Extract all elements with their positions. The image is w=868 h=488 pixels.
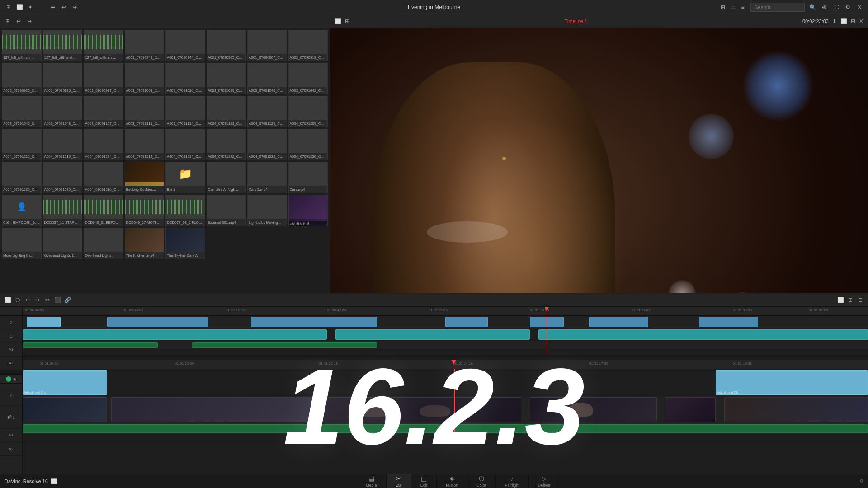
tl-tool-4[interactable]: ↪ [33,296,42,304]
media-thumb-10[interactable]: A002_07090936_C... [43,63,83,94]
media-thumb-19[interactable]: A003_07091107_C... [84,96,123,127]
mp-icon-3[interactable]: ↪ [25,17,33,25]
media-thumb-29[interactable]: A004_07091214_C... [165,129,205,160]
media-thumb-30[interactable]: A004_07091222_C... [207,129,246,160]
media-thumb-25[interactable]: A004_07091210_C... [2,129,42,160]
media-thumb-dcd040[interactable]: DCD040_01 BEFO... [84,195,123,226]
clip-v1-1[interactable] [23,329,327,340]
media-thumb-cars2[interactable]: Cars 2.mp4 [247,162,287,193]
media-thumb-co3[interactable]: 👤 Co3 - BMPCC4K_Jo... [2,195,42,226]
tab-color[interactable]: ⬡ Color [467,474,496,488]
media-thumb-3[interactable]: 127_full_with-a-si... [84,30,123,61]
tool-icon-2[interactable]: ⬜ [15,3,24,11]
clip-a1-1[interactable] [23,342,158,348]
media-thumb-15[interactable]: A003_07091040_C... [247,63,287,94]
media-thumb-22[interactable]: A004_07091123_C... [207,96,246,127]
tab-media[interactable]: ▦ Media [357,474,387,488]
bottom-icon-1[interactable]: ⬜ [51,478,57,484]
clip-v1-2[interactable] [335,329,530,340]
clip-vid-6[interactable] [724,397,868,422]
media-thumb-12[interactable]: A003_07091003_C... [125,63,165,94]
media-thumb-34[interactable]: A004_07091235_C... [43,162,83,193]
tool-icon-4[interactable]: ⬅ [49,3,57,11]
clip-v2-4[interactable] [445,317,488,327]
media-thumb-36[interactable]: Backing Cookies... [125,162,165,193]
tl-tool-2[interactable]: ⬡ [14,296,22,304]
tl-tool-7[interactable]: 🔗 [63,296,71,304]
media-thumb-28[interactable]: A004_07091214_C... [125,129,165,160]
clip-v1-3[interactable] [538,329,868,340]
media-thumb-5[interactable]: A001_07090844_C... [165,30,205,61]
tl-tool-5[interactable]: ✂ [43,296,52,304]
media-thumb-26[interactable]: A004_07091210_C... [43,129,83,160]
search-icon[interactable]: 🔍 [808,3,816,11]
media-thumb-17[interactable]: A003_07091046_C... [2,96,42,127]
media-thumb-dcd077[interactable]: DCD077_08_2 FLO... [165,195,205,226]
preview-tool-6[interactable]: ✕ [859,18,863,24]
tl-tool-3[interactable]: ↩ [24,296,32,304]
mp-icon-1[interactable]: ⊞ [4,17,12,25]
media-thumb-35[interactable]: A004_07091230_C... [84,162,123,193]
media-thumb-14[interactable]: A003_07091029_C... [207,63,246,94]
media-thumb-1[interactable]: 127_full_with-a-si... [2,30,42,61]
media-thumb-overhead1[interactable]: Overhead Lights 1... [43,228,83,259]
clip-vid-4[interactable] [530,397,657,422]
search-input[interactable] [750,3,805,12]
bottom-right-icon[interactable]: ⚙ [859,479,863,483]
tl-tool-r3[interactable]: ⊟ [856,296,864,304]
tool-icon-6[interactable]: ↪ [71,3,79,11]
media-thumb-lightbulbs[interactable]: Lightbulbs Moving... [247,195,287,226]
list-icon[interactable]: ☰ [729,3,737,11]
tab-fusion[interactable]: ◈ Fusion [437,474,467,488]
clip-v2-6[interactable] [589,317,648,327]
media-thumb-dcd037[interactable]: DCD037_11 STAR... [43,195,83,226]
media-thumb-dcd049[interactable]: DCD049_17 MOTI... [125,195,165,226]
tool-icon-1[interactable]: ⊞ [5,3,13,11]
media-thumb-27[interactable]: A004_07091214_C... [84,129,123,160]
media-thumb-6[interactable]: A001_07090905_C... [207,30,246,61]
tool-icon-3[interactable]: ✦ [26,3,34,11]
media-thumb-23[interactable]: A004_07091128_C... [247,96,287,127]
settings-icon[interactable]: ⚙ [844,3,852,11]
fullscreen-icon[interactable]: ⛶ [832,3,840,11]
close-icon[interactable]: ✕ [855,3,863,11]
clip-vid-3[interactable] [319,397,522,422]
tl-tool-6[interactable]: ⬛ [53,296,61,304]
media-thumb-4[interactable]: A001_07090842_C... [125,30,165,61]
tab-cut[interactable]: ✂ Cut [387,474,411,488]
media-thumb-31[interactable]: A004_07091222_C... [247,129,287,160]
tl-tool-r2[interactable]: ⊞ [846,296,854,304]
media-thumb-18[interactable]: A003_07091048_C... [43,96,83,127]
tl-tool-1[interactable]: ⬜ [4,296,12,304]
media-thumb-cars[interactable]: Cars.mp4 [288,162,328,193]
preview-tool-4[interactable]: ⬜ [840,18,847,24]
media-thumb-folder[interactable]: 📁 Bin 1 [165,162,205,193]
tool-icon-5[interactable]: ↩ [60,3,68,11]
media-thumb-skyline[interactable]: The Skyline Cam A... [165,228,205,259]
media-thumb-external[interactable]: External 001.mp4 [207,195,246,226]
clip-v2-2[interactable] [107,317,208,327]
import-icon[interactable]: ⊕ [820,3,828,11]
media-thumb-32[interactable]: A004_07091230_C... [288,129,328,160]
media-thumb-24[interactable]: A004_07091209_C... [288,96,328,127]
media-thumb-33[interactable]: A004_07091235_C... [2,162,42,193]
media-thumb-9[interactable]: A002_07090920_C... [2,63,42,94]
clip-v2-3[interactable] [251,317,378,327]
preview-tool-2[interactable]: ⊞ [345,18,349,24]
preview-tool-1[interactable]: ⬜ [335,18,341,24]
media-thumb-fire[interactable]: Campfire At Nigh... [207,162,246,193]
tab-deliver[interactable]: ▷ Deliver [529,474,560,488]
tab-edit[interactable]: ◫ Edit [411,474,437,488]
clip-v2-1[interactable] [27,317,61,327]
preview-tool-3[interactable]: ⬇ [832,18,837,24]
media-thumb-overhead2[interactable]: Overhead Lights... [84,228,123,259]
clip-vid-2[interactable] [111,397,314,422]
clip-v2-7[interactable] [699,317,758,327]
media-thumb-more-lighting[interactable]: More Lighting II r... [2,228,42,259]
grid-icon[interactable]: ⊞ [719,3,727,11]
media-thumb-kitchen[interactable]: The Kitchen .mp4 [125,228,165,259]
media-thumb-7[interactable]: A001_07090907_C... [247,30,287,61]
tab-fairlight[interactable]: ♪ Fairlight [496,474,529,488]
clip-adj-left[interactable]: Adjustment Clip [23,370,107,395]
list2-icon[interactable]: ≡ [739,3,747,11]
